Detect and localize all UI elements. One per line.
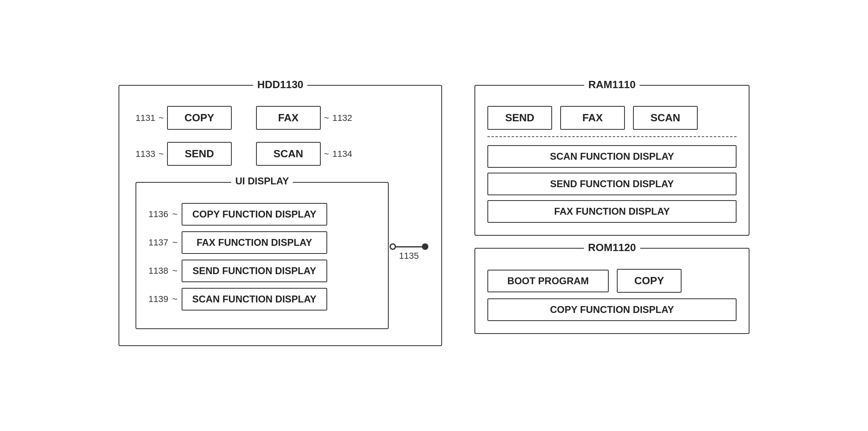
ram-scan-box: SCAN — [633, 106, 698, 130]
hdd-fax-box: FAX — [256, 106, 321, 130]
tilde-1133: ~ — [159, 149, 164, 159]
rom-copy-box: COPY — [617, 269, 682, 293]
rom-bottom-row: COPY FUNCTION DISPLAY — [487, 298, 737, 321]
hdd-send-box: SEND — [167, 142, 232, 166]
rom-copy-func-box: COPY FUNCTION DISPLAY — [487, 298, 737, 321]
hdd-scan-box: SCAN — [256, 142, 321, 166]
rom-boot-program-box: BOOT PROGRAM — [487, 270, 609, 292]
ram-box: RAM1110 SEND FAX SCAN SCAN FUNCTION DISP… — [474, 85, 749, 236]
diagram-wrapper: HDD1130 1131 ~ COPY FAX ~ 1132 1133 ~ SE… — [102, 69, 766, 362]
ram-send-box: SEND — [487, 106, 552, 130]
ram-scan-func-box: SCAN FUNCTION DISPLAY — [487, 145, 737, 168]
connector-left-dot — [390, 243, 396, 250]
ref-1136-label: 1136 — [148, 209, 168, 220]
ref-1138-label: 1138 — [148, 266, 168, 276]
ui-row-0: 1136 ~ COPY FUNCTION DISPLAY — [148, 203, 376, 226]
ui-display-title: UI DISPLAY — [231, 175, 293, 187]
ram-dashed-divider — [487, 136, 737, 137]
connector-group: 1135 — [393, 246, 425, 261]
hdd-copy-box: COPY — [167, 106, 232, 130]
tilde-1131: ~ — [159, 113, 164, 123]
rom-top-row: BOOT PROGRAM COPY — [487, 269, 737, 293]
tilde-1132: ~ — [324, 113, 329, 123]
ui-display-box: UI DISPLAY 1136 ~ COPY FUNCTION DISPLAY … — [135, 182, 389, 329]
ui-row-1: 1137 ~ FAX FUNCTION DISPLAY — [148, 231, 376, 254]
hdd-top-row: 1131 ~ COPY FAX ~ 1132 — [135, 106, 425, 130]
tilde-1138: ~ — [172, 266, 178, 276]
hdd-title: HDD1130 — [253, 78, 307, 91]
hdd-scan-labeled: SCAN ~ 1134 — [256, 142, 352, 166]
hdd-fax-labeled: FAX ~ 1132 — [256, 106, 352, 130]
ui-copy-func-box: COPY FUNCTION DISPLAY — [182, 203, 327, 226]
tilde-1137: ~ — [172, 237, 178, 248]
ref-1131-label: 1131 — [135, 113, 155, 123]
ref-1132-label: 1132 — [332, 113, 352, 123]
right-column: RAM1110 SEND FAX SCAN SCAN FUNCTION DISP… — [474, 85, 749, 334]
hdd-box: HDD1130 1131 ~ COPY FAX ~ 1132 1133 ~ SE… — [119, 85, 442, 346]
ram-func-row: SCAN FUNCTION DISPLAY SEND FUNCTION DISP… — [487, 145, 737, 223]
tilde-1139: ~ — [172, 294, 178, 304]
ram-top-row: SEND FAX SCAN — [487, 106, 737, 130]
ui-send-func-box: SEND FUNCTION DISPLAY — [182, 260, 327, 282]
tilde-1136: ~ — [172, 209, 178, 220]
ref-1133-label: 1133 — [135, 149, 155, 159]
rom-title: ROM1120 — [584, 241, 640, 254]
tilde-1134: ~ — [324, 149, 329, 159]
hdd-copy-labeled: 1131 ~ COPY — [135, 106, 232, 130]
connector-right-dot — [422, 243, 428, 250]
ref-1137-label: 1137 — [148, 237, 168, 248]
ref-1139-label: 1139 — [148, 294, 168, 304]
ram-send-func-box: SEND FUNCTION DISPLAY — [487, 173, 737, 195]
ui-row-2: 1138 ~ SEND FUNCTION DISPLAY — [148, 260, 376, 282]
ui-fax-func-box: FAX FUNCTION DISPLAY — [182, 231, 327, 254]
hdd-send-labeled: 1133 ~ SEND — [135, 142, 232, 166]
ui-row-3: 1139 ~ SCAN FUNCTION DISPLAY — [148, 288, 376, 311]
ram-fax-func-box: FAX FUNCTION DISPLAY — [487, 200, 737, 223]
rom-box: ROM1120 BOOT PROGRAM COPY COPY FUNCTION … — [474, 248, 749, 334]
ref-1135-label: 1135 — [399, 251, 419, 261]
hdd-second-row: 1133 ~ SEND SCAN ~ 1134 — [135, 142, 425, 166]
ram-fax-box: FAX — [560, 106, 625, 130]
ram-title: RAM1110 — [584, 78, 639, 91]
ref-1134-label: 1134 — [332, 149, 352, 159]
connector-line — [393, 246, 425, 247]
ui-scan-func-box: SCAN FUNCTION DISPLAY — [182, 288, 327, 311]
